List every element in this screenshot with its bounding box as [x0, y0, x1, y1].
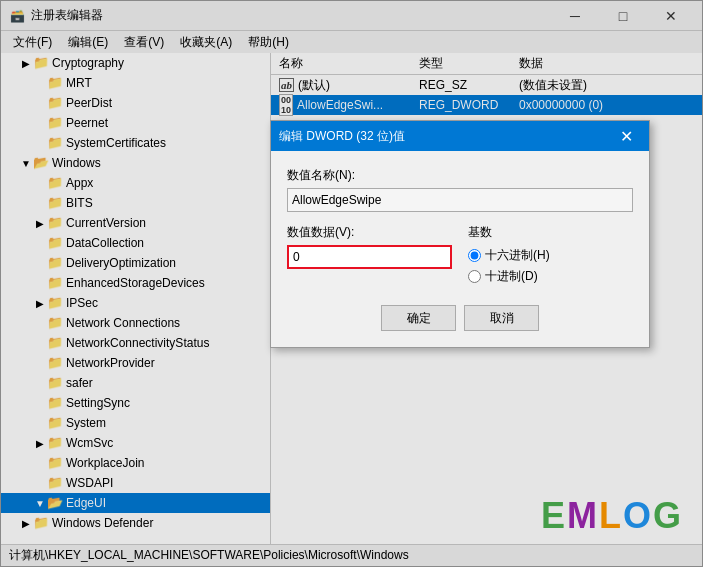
hex-label: 十六进制(H)	[485, 247, 550, 264]
dialog-title: 编辑 DWORD (32 位)值	[279, 128, 611, 145]
value-input-group: 数值数据(V):	[287, 224, 452, 289]
value-name-group: 数值名称(N):	[287, 167, 633, 212]
value-name-input[interactable]	[287, 188, 633, 212]
dec-radio-item[interactable]: 十进制(D)	[468, 268, 633, 285]
hex-radio-item[interactable]: 十六进制(H)	[468, 247, 633, 264]
dec-radio[interactable]	[468, 270, 481, 283]
value-data-row: 数值数据(V): 基数 十六进制(H) 十进制(D)	[287, 224, 633, 289]
value-data-input[interactable]	[287, 245, 452, 269]
dialog-body: 数值名称(N): 数值数据(V): 基数 十六进制(H)	[271, 151, 649, 347]
dialog-overlay: 编辑 DWORD (32 位)值 ✕ 数值名称(N): 数值数据(V): 基数	[0, 0, 703, 567]
dialog-buttons: 确定 取消	[287, 305, 633, 331]
dec-label: 十进制(D)	[485, 268, 538, 285]
value-name-label: 数值名称(N):	[287, 167, 633, 184]
edit-dword-dialog: 编辑 DWORD (32 位)值 ✕ 数值名称(N): 数值数据(V): 基数	[270, 120, 650, 348]
value-data-label: 数值数据(V):	[287, 224, 452, 241]
dialog-close-button[interactable]: ✕	[611, 121, 641, 151]
dialog-title-bar: 编辑 DWORD (32 位)值 ✕	[271, 121, 649, 151]
base-label: 基数	[468, 224, 633, 241]
ok-button[interactable]: 确定	[381, 305, 456, 331]
cancel-button[interactable]: 取消	[464, 305, 539, 331]
base-group: 基数 十六进制(H) 十进制(D)	[468, 224, 633, 289]
hex-radio[interactable]	[468, 249, 481, 262]
